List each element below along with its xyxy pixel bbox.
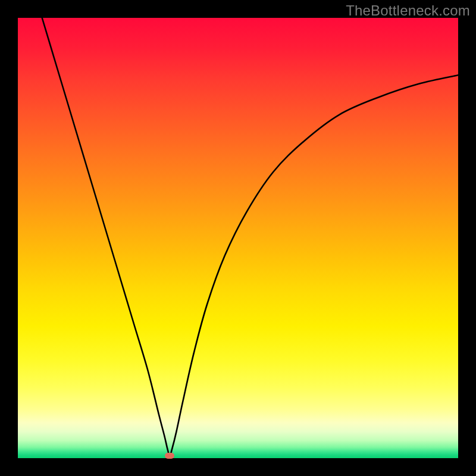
plot-area — [18, 18, 458, 458]
attribution-label: TheBottleneck.com — [346, 2, 470, 19]
optimal-point-marker — [165, 453, 174, 459]
chart-frame: TheBottleneck.com — [0, 0, 476, 476]
bottleneck-curve — [18, 18, 458, 458]
